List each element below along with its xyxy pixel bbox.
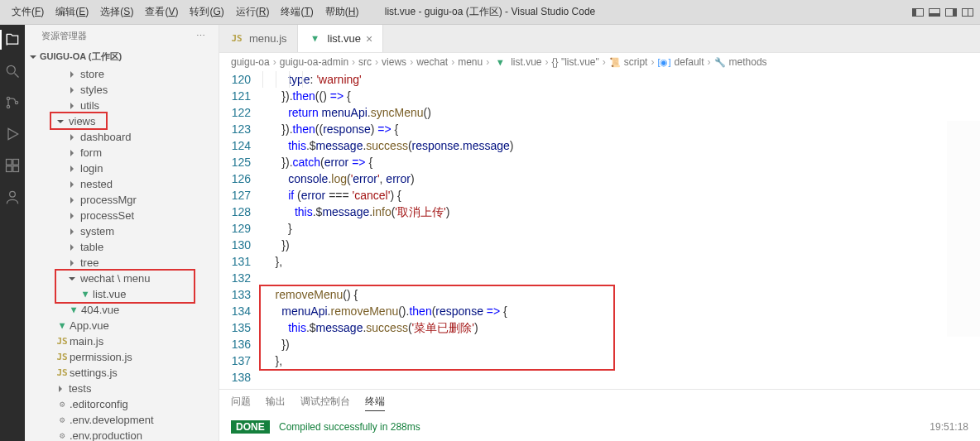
layout-grid-icon[interactable] bbox=[962, 8, 973, 17]
script-icon: 📜 bbox=[609, 57, 621, 68]
tree-item-label: store bbox=[80, 68, 104, 80]
chevron-right-icon bbox=[70, 260, 74, 266]
workspace-section[interactable]: GUIGU-OA (工作区) bbox=[25, 47, 219, 66]
config-file-icon: ⚙ bbox=[55, 415, 70, 425]
chevron-right-icon bbox=[70, 165, 74, 172]
menu-item[interactable]: 转到(G) bbox=[185, 3, 228, 21]
menu-item[interactable]: 运行(R) bbox=[231, 3, 275, 21]
menu-item[interactable]: 编辑(E) bbox=[50, 3, 94, 21]
tree-item[interactable]: ▼list.vue bbox=[25, 286, 219, 302]
tree-item[interactable]: processMgr bbox=[25, 192, 219, 208]
minimap[interactable] bbox=[947, 121, 980, 337]
chevron-right-icon bbox=[70, 197, 74, 204]
breadcrumb-item[interactable]: guigu-oa-admin bbox=[280, 56, 348, 68]
menu-item[interactable]: 选择(S) bbox=[95, 3, 138, 21]
panel-tab[interactable]: 输出 bbox=[266, 395, 286, 411]
explorer-icon[interactable] bbox=[0, 30, 25, 50]
tree-item[interactable]: store bbox=[25, 66, 219, 82]
tree-item[interactable]: ⚙.env.production bbox=[25, 428, 219, 441]
tree-item[interactable]: processSet bbox=[25, 208, 219, 223]
tree-item[interactable]: nested bbox=[25, 176, 219, 192]
tree-item-label: tests bbox=[69, 382, 91, 395]
tree-item[interactable]: wechat \ menu bbox=[25, 271, 219, 286]
breadcrumb-separator: › bbox=[451, 56, 454, 68]
chevron-right-icon bbox=[70, 103, 74, 109]
menu-item[interactable]: 终端(T) bbox=[276, 3, 318, 21]
menu-bar: 文件(F)编辑(E)选择(S)查看(V)转到(G)运行(R)终端(T)帮助(H) bbox=[7, 3, 363, 21]
panel-tab[interactable]: 调试控制台 bbox=[300, 395, 350, 411]
js-file-icon: JS bbox=[55, 352, 70, 362]
tree-item-label: nested bbox=[80, 178, 113, 190]
close-icon[interactable]: × bbox=[366, 32, 372, 46]
account-icon[interactable] bbox=[2, 187, 22, 207]
breadcrumb-separator: › bbox=[708, 56, 711, 68]
tree-item-label: login bbox=[80, 162, 103, 175]
breadcrumbs[interactable]: guigu-oa›guigu-oa-admin›src›views›wechat… bbox=[219, 53, 980, 71]
tree-item[interactable]: ▼404.vue bbox=[25, 302, 219, 318]
panel-tab[interactable]: 终端 bbox=[365, 395, 385, 411]
tree-item-label: system bbox=[80, 225, 114, 237]
tree-item[interactable]: tree bbox=[25, 255, 219, 271]
tree-item-label: processMgr bbox=[80, 194, 137, 206]
source-control-icon[interactable] bbox=[2, 93, 22, 113]
code-editor[interactable]: 1201211221231241251261271281291301311321… bbox=[219, 71, 980, 389]
svg-point-2 bbox=[7, 97, 9, 99]
editor-tab[interactable]: ▼list.vue× bbox=[298, 25, 384, 52]
breadcrumb-item[interactable]: src bbox=[358, 56, 372, 68]
tree-item[interactable]: ▼App.vue bbox=[25, 318, 219, 333]
tree-item-label: styles bbox=[80, 84, 108, 96]
breadcrumb-item[interactable]: guigu-oa bbox=[231, 56, 270, 68]
breadcrumb-separator: › bbox=[545, 56, 549, 68]
panel-tab[interactable]: 问题 bbox=[231, 395, 251, 411]
tree-item[interactable]: dashboard bbox=[25, 129, 219, 145]
editor-tab[interactable]: JSmenu.js bbox=[219, 25, 298, 52]
menu-item[interactable]: 查看(V) bbox=[140, 3, 183, 21]
tree-item[interactable]: JSpermission.js bbox=[25, 349, 219, 365]
tree-item[interactable]: utils bbox=[25, 98, 219, 113]
tree-item[interactable]: tests bbox=[25, 381, 219, 396]
panel-right-icon[interactable] bbox=[945, 8, 957, 17]
tree-item[interactable]: JSmain.js bbox=[25, 333, 219, 349]
breadcrumb-item[interactable]: default bbox=[675, 56, 704, 68]
tree-item[interactable]: views bbox=[25, 113, 219, 129]
tree-item[interactable]: JSsettings.js bbox=[25, 365, 219, 381]
tree-item-label: settings.js bbox=[70, 367, 118, 379]
tree-item-label: list.vue bbox=[93, 288, 126, 300]
config-file-icon: ⚙ bbox=[55, 399, 70, 410]
tree-item[interactable]: form bbox=[25, 145, 219, 161]
tree-item[interactable]: table bbox=[25, 239, 219, 255]
vue-file-icon: ▼ bbox=[55, 320, 70, 331]
more-icon[interactable]: ⋯ bbox=[196, 31, 207, 41]
tree-item[interactable]: system bbox=[25, 223, 219, 239]
run-debug-icon[interactable] bbox=[2, 124, 22, 144]
breadcrumb-item[interactable]: wechat bbox=[416, 56, 448, 68]
svg-point-4 bbox=[15, 101, 17, 103]
search-icon[interactable] bbox=[2, 61, 22, 81]
method-icon: 🔧 bbox=[714, 57, 726, 68]
vue-file-icon: ▼ bbox=[492, 57, 507, 68]
tree-item[interactable]: styles bbox=[25, 82, 219, 98]
panel-left-icon[interactable] bbox=[912, 8, 924, 17]
extensions-icon[interactable] bbox=[2, 156, 22, 175]
status-badge: DONE bbox=[231, 420, 270, 434]
vue-file-icon: ▼ bbox=[78, 289, 93, 300]
tree-item[interactable]: ⚙.editorconfig bbox=[25, 396, 219, 412]
menu-item[interactable]: 帮助(H) bbox=[320, 3, 364, 21]
breadcrumb-item[interactable]: list.vue bbox=[511, 56, 541, 68]
breadcrumb-item[interactable]: methods bbox=[729, 56, 767, 68]
breadcrumb-item[interactable]: script bbox=[624, 56, 648, 68]
sidebar-title: 资源管理器 bbox=[41, 30, 87, 42]
menu-item[interactable]: 文件(F) bbox=[7, 3, 49, 21]
breadcrumb-item[interactable]: {} "list.vue" bbox=[552, 56, 599, 68]
tree-item-label: 404.vue bbox=[81, 304, 119, 316]
chevron-right-icon bbox=[70, 134, 74, 141]
chevron-down-icon bbox=[30, 55, 36, 59]
tree-item[interactable]: login bbox=[25, 161, 219, 176]
breadcrumb-item[interactable]: views bbox=[382, 56, 406, 68]
breadcrumb-separator: › bbox=[603, 56, 606, 68]
chevron-down-icon bbox=[69, 277, 75, 280]
panel-bottom-icon[interactable] bbox=[929, 8, 940, 17]
breadcrumb-item[interactable]: menu bbox=[458, 56, 483, 68]
tree-item[interactable]: ⚙.env.development bbox=[25, 412, 219, 428]
tree-item-label: dashboard bbox=[80, 131, 131, 143]
